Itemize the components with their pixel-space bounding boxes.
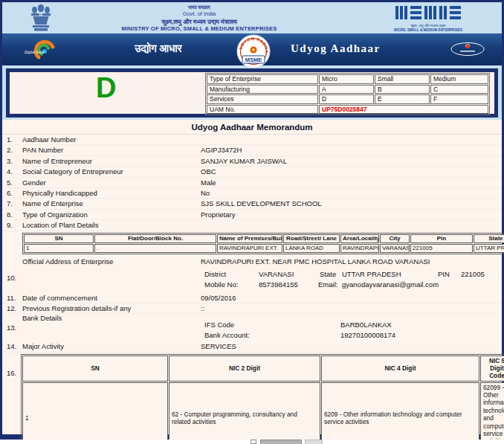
msme-round-badge-icon: UDYOG AADHAAR MSME — [236, 34, 271, 68]
udyog-aadhaar-banner: Digital India उद्योग आधार UDYOG AADHAAR … — [2, 33, 502, 65]
item-number: 16. — [7, 369, 16, 377]
item-number: 8. — [7, 210, 13, 219]
plant-header-cell: Road/Street/ Lane — [283, 234, 340, 243]
memo-item-row: 11. Date of commencement 09/05/2016 — [2, 293, 502, 303]
item-number: 9. — [7, 220, 13, 230]
uam-row: UAM No. UP75D0025847 — [207, 105, 488, 115]
item-number: 13. — [7, 324, 16, 332]
govt-english-line: Govt. of India — [62, 10, 337, 17]
item-value: SERVICES — [201, 341, 236, 351]
plant-data-cell: UTTAR PRADESH — [474, 244, 504, 253]
item-number: 4. — [7, 167, 13, 176]
memo-item-row: 8. Type of Organization Proprietary — [2, 210, 502, 220]
ent-cell: E — [375, 94, 430, 104]
item-number: 3. — [7, 156, 13, 166]
ent-cell: D — [319, 94, 374, 104]
nic-data-cell: 62 - Computer programming, consultancy a… — [169, 382, 320, 444]
item-value: AGIPJ3472H — [201, 145, 242, 155]
enterprise-type-table: Type of Enterprise Micro Small Medium Ma… — [205, 73, 490, 115]
plant-header-cell: Area/Locality — [340, 234, 379, 243]
official-address-block: 10. Official Address of Enterprise RAVIN… — [2, 256, 502, 293]
item-label: Social Category of Entrepreneur — [22, 167, 123, 176]
item-value: OBC — [201, 167, 216, 176]
plant-table-data-row: 1.RAVINDRAPURI EXT.LANKA ROADRAVINDRAPUR… — [24, 244, 504, 253]
ministry-english-line: MINISTRY OF MICRO, SMALL & MEDIUM ENTERP… — [62, 25, 337, 32]
memo-item-row: 5. Gender Male — [2, 178, 502, 188]
nic-data-cell: 6209 - Other information technology and … — [321, 382, 479, 444]
district-value: VARANASI — [259, 270, 294, 278]
memo-rows-top: 1. Aadhaar Number 2. PAN Number AGIPJ347… — [2, 135, 502, 231]
memo-item-row: 12. Previous Registration details-if any… — [2, 303, 502, 314]
udyog-aadhaar-hindi-title: उद्योग आधार — [106, 42, 210, 55]
item-number: 10. — [7, 274, 16, 282]
ent-cell: B — [375, 85, 430, 94]
ent-cell: C — [430, 85, 488, 94]
item-label: PAN Number — [22, 145, 63, 155]
enterprise-type-box: D Type of Enterprise Micro Small Medium … — [6, 68, 498, 118]
ent-cell: F — [430, 94, 488, 104]
ent-header-cell: Type of Enterprise — [207, 74, 318, 84]
memo-item-row: 4. Social Category of Entrepreneur OBC — [2, 167, 502, 177]
government-header: भारत सरकार Govt. of India सूक्ष्म,लघु और… — [2, 2, 502, 33]
district-label: District — [204, 270, 226, 278]
nic-header-cell: NIC 5 Digit Code — [480, 355, 504, 382]
plant-header-cell: Pin — [410, 234, 473, 243]
item-number: 7. — [7, 199, 13, 208]
major-activity-row: 14. Major Activity SERVICES — [2, 341, 502, 352]
page-footer-partial — [0, 440, 504, 444]
item-value: No — [201, 188, 210, 198]
nic-header-cell: SN — [22, 355, 168, 382]
partial-button[interactable] — [260, 440, 302, 444]
ent-header-cell: Medium — [430, 74, 488, 84]
uam-label: UAM No. — [207, 105, 318, 115]
item-value: SJS SKILL DEVELOPMENT SCHOOL — [201, 199, 322, 208]
plant-data-cell: VARANASI — [380, 244, 410, 253]
plant-data-cell: 221005 — [410, 244, 473, 253]
partial-checkbox[interactable] — [251, 440, 256, 444]
bank-account-label: Bank Account: — [204, 331, 250, 339]
item-number: 14. — [7, 341, 16, 351]
partial-button-secondary[interactable] — [305, 440, 323, 444]
msme-bars-icon — [395, 6, 461, 19]
pin-label: PIN — [438, 270, 450, 278]
memo-item-row: 1. Aadhaar Number — [2, 135, 502, 145]
memo-item-row: 9. Location of Plant Details — [2, 220, 502, 231]
item-value: Male — [201, 178, 216, 187]
plant-header-cell: State — [474, 234, 504, 243]
email-value: gyanodayvaranasi@gmail.com — [342, 280, 439, 289]
udyog-aadhaar-english-title: Udyog Aadhaar — [291, 42, 381, 55]
memorandum-body: Udyog Aadhaar Memorandum 1. Aadhaar Numb… — [2, 120, 502, 434]
item-number: 12. — [7, 303, 16, 313]
state-value: UTTAR PRADESH — [342, 270, 401, 278]
plant-header-cell: Flat/Door/Block No. — [94, 234, 216, 243]
plant-data-cell: RAVINDRAPURI — [340, 244, 379, 253]
item-value: Proprietary — [201, 210, 235, 219]
memo-item-row: 7. Name of Enterprise SJS SKILL DEVELOPM… — [2, 199, 502, 209]
manufacturing-row: Manufacturing A B C — [207, 85, 488, 94]
ministry-hindi-line: सूक्ष्म,लघु और मध्यम उद्यम मंत्रालय — [62, 18, 337, 26]
ent-cell: A — [319, 85, 374, 94]
digital-india-icon — [22, 37, 80, 61]
email-label: Email: — [318, 280, 337, 289]
official-address-label: Official Address of Enterprise — [22, 257, 113, 266]
bank-details-block: Bank Details 13. IFS Code BARB0LANKAX Ba… — [2, 314, 502, 341]
nic-data-cell: 1 — [22, 382, 168, 444]
plant-location-table: SNFlat/Door/Block No.Name of Premises/Bu… — [22, 233, 504, 254]
govt-hindi-line: भारत सरकार — [62, 4, 337, 10]
plant-data-cell: . — [94, 244, 216, 253]
bank-details-label: Bank Details — [22, 314, 62, 322]
memo-item-row: 3. Name of Entrepreneur SANJAY KUMAR JAI… — [2, 156, 502, 167]
item-value: 09/05/2016 — [201, 293, 236, 303]
item-label: Name of Entrepreneur — [22, 156, 92, 166]
state-label: State — [320, 270, 336, 278]
item-label: Gender — [22, 178, 46, 187]
item-number: 5. — [7, 178, 13, 187]
msme-logo-hindi-caption: सूक्ष्म, लघु और मध्यम उद्यम — [380, 23, 476, 28]
item-number: 2. — [7, 145, 13, 155]
item-value: :: — [201, 303, 204, 313]
mobile-label: Mobile No: — [204, 280, 238, 289]
mobile-value: 8573984155 — [259, 280, 298, 289]
item-number: 1. — [7, 135, 13, 144]
plant-data-cell: LANKA ROAD — [283, 244, 340, 253]
aadhaar-logo-icon — [450, 42, 485, 57]
